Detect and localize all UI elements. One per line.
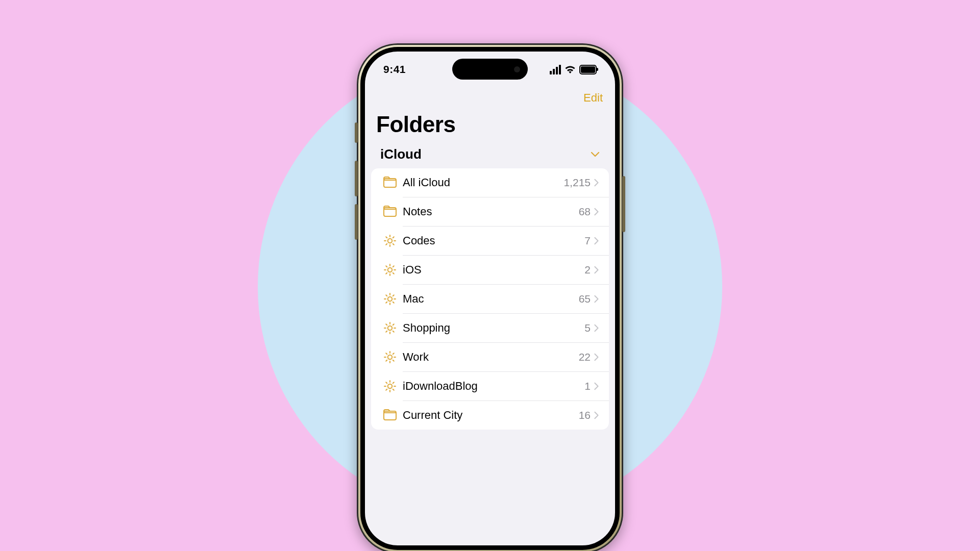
folder-count: 65 xyxy=(579,293,591,305)
gear-icon xyxy=(380,292,400,306)
gear-icon xyxy=(380,350,400,364)
folder-row[interactable]: All iCloud1,215 xyxy=(371,168,609,197)
section-header-icloud[interactable]: iCloud xyxy=(365,143,615,168)
chevron-right-icon xyxy=(591,352,602,362)
folder-count: 7 xyxy=(584,235,591,247)
app-content: Edit Folders iCloud All iCloud1,215Notes… xyxy=(365,87,615,545)
folder-label: Current City xyxy=(400,409,579,422)
folder-count: 1,215 xyxy=(564,177,591,189)
stage-background: 9:41 Edit Folders iCloud xyxy=(0,0,980,551)
chevron-right-icon xyxy=(591,207,602,217)
status-time: 9:41 xyxy=(383,63,406,76)
folder-label: iOS xyxy=(400,263,584,277)
folder-row[interactable]: Notes68 xyxy=(371,197,609,226)
chevron-right-icon xyxy=(591,265,602,275)
folder-row[interactable]: Current City16 xyxy=(371,401,609,430)
gear-icon xyxy=(380,234,400,248)
folder-label: Codes xyxy=(400,234,584,247)
status-indicators xyxy=(550,65,597,74)
mute-switch xyxy=(355,122,358,143)
folder-label: Mac xyxy=(400,292,579,306)
chevron-down-icon xyxy=(591,152,600,158)
folder-row[interactable]: Codes7 xyxy=(371,227,609,255)
folder-label: Shopping xyxy=(400,321,584,335)
wifi-icon xyxy=(565,65,576,73)
folder-count: 68 xyxy=(579,206,591,218)
chevron-right-icon xyxy=(591,236,602,246)
folder-label: Notes xyxy=(400,205,579,218)
folder-icon xyxy=(380,176,400,190)
folder-icon xyxy=(380,205,400,219)
folder-row[interactable]: iOS2 xyxy=(371,256,609,284)
gear-icon xyxy=(380,321,400,335)
folder-list: All iCloud1,215Notes68Codes7iOS2Mac65Sho… xyxy=(371,168,609,430)
page-title: Folders xyxy=(365,107,615,143)
chevron-right-icon xyxy=(591,294,602,304)
folder-count: 16 xyxy=(579,409,591,421)
power-button xyxy=(622,176,625,232)
chevron-right-icon xyxy=(591,323,602,333)
status-bar: 9:41 xyxy=(365,52,615,87)
folder-icon xyxy=(380,408,400,422)
folder-count: 2 xyxy=(584,264,591,276)
battery-icon xyxy=(579,65,597,74)
folder-count: 1 xyxy=(584,380,591,392)
folder-row[interactable]: Shopping5 xyxy=(371,314,609,342)
section-title: iCloud xyxy=(380,146,422,162)
phone-screen: 9:41 Edit Folders iCloud xyxy=(365,52,615,545)
gear-icon xyxy=(380,263,400,277)
nav-bar: Edit xyxy=(365,87,615,107)
folder-label: iDownloadBlog xyxy=(400,380,584,393)
edit-button[interactable]: Edit xyxy=(583,91,603,105)
folder-row[interactable]: Mac65 xyxy=(371,285,609,313)
folder-row[interactable]: iDownloadBlog1 xyxy=(371,372,609,400)
volume-up-button xyxy=(355,161,358,196)
volume-down-button xyxy=(355,204,358,240)
phone-frame: 9:41 Edit Folders iCloud xyxy=(357,43,623,551)
chevron-right-icon xyxy=(591,410,602,420)
chevron-right-icon xyxy=(591,178,602,188)
cellular-icon xyxy=(550,65,561,74)
folder-label: All iCloud xyxy=(400,176,564,189)
folder-row[interactable]: Work22 xyxy=(371,343,609,371)
folder-count: 5 xyxy=(584,322,591,334)
folder-count: 22 xyxy=(579,351,591,363)
gear-icon xyxy=(380,379,400,393)
chevron-right-icon xyxy=(591,381,602,391)
folder-label: Work xyxy=(400,350,579,364)
